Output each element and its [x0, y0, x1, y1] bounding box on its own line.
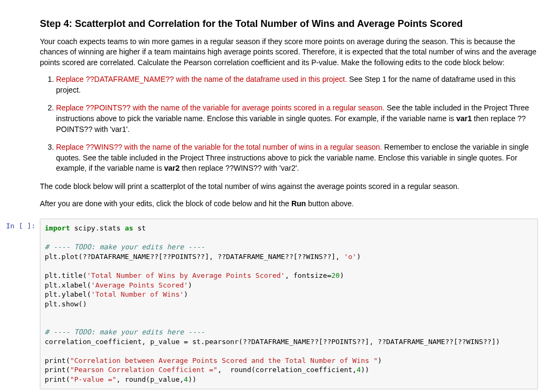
alias-st: st [133, 224, 145, 232]
instruction-3-rest-b: then replace ??WINS?? with 'var2'. [180, 164, 299, 172]
notebook-container: Step 4: Scatterplot and Correlation for … [0, 0, 545, 391]
l13: correlation_coefficient, p_value = st.pe… [45, 338, 500, 346]
l04s: 'o' [344, 253, 357, 261]
l16a: print( [45, 366, 70, 374]
instruction-item-2: Replace ??POINTS?? with the name of the … [56, 103, 538, 135]
l07a: plt.xlabel( [45, 281, 91, 289]
comment-todo-1: # ---- TODO: make your edits here ---- [45, 243, 205, 251]
instruction-item-1: Replace ??DATAFRAME_NAME?? with the name… [56, 74, 538, 95]
l17c: )) [188, 375, 197, 383]
l07b: ) [188, 281, 192, 289]
code-input-area[interactable]: import scipy.stats as st # ---- TODO: ma… [40, 219, 538, 389]
markdown-prompt [0, 12, 40, 215]
l15s: "Correlation between Average Points Scor… [70, 356, 378, 365]
instruction-2-highlight: Replace ??POINTS?? with the name of the … [56, 103, 385, 112]
code-prompt: In [ ]: [0, 219, 40, 389]
l17a: print( [45, 375, 70, 383]
after2-bold: Run [291, 199, 306, 208]
after2-a: After you are done with your edits, clic… [40, 199, 291, 208]
l09: plt.show() [45, 300, 87, 308]
instruction-3-highlight: Replace ??WINS?? with the name of the va… [56, 143, 382, 151]
after2-b: button above. [306, 199, 354, 208]
l06a: plt.title( [45, 271, 87, 279]
markdown-cell[interactable]: Step 4: Scatterplot and Correlation for … [0, 11, 545, 217]
kw-import: import [45, 224, 70, 232]
instruction-item-3: Replace ??WINS?? with the name of the va… [56, 142, 538, 174]
instruction-2-bold: var1 [456, 114, 472, 123]
l06s: 'Total Number of Wins by Average Points … [87, 271, 285, 279]
instruction-3-bold: var2 [164, 164, 180, 172]
markdown-content: Step 4: Scatterplot and Correlation for … [40, 12, 543, 215]
l07s: 'Average Points Scored' [91, 281, 188, 289]
l08b: ) [184, 290, 188, 298]
l17n: 4 [184, 375, 188, 383]
kw-as: as [125, 224, 134, 232]
instruction-list: Replace ??DATAFRAME_NAME?? with the name… [40, 74, 538, 174]
l16n: 4 [357, 366, 361, 374]
l06n: 20 [331, 271, 340, 279]
l08s: 'Total Number of Wins' [91, 290, 184, 298]
l06c: ) [340, 271, 344, 279]
comment-todo-2: # ---- TODO: make your edits here ---- [45, 328, 205, 336]
step-heading: Step 4: Scatterplot and Correlation for … [40, 18, 538, 30]
l04a: plt.plot(??DATAFRAME_NAME??[??POINTS??],… [45, 253, 344, 261]
l15b: ) [378, 356, 382, 365]
l16s: "Pearson Correlation Coefficient =" [70, 366, 218, 374]
l06b: , fontsize= [285, 271, 331, 279]
l16c: )) [361, 366, 369, 374]
l15a: print( [45, 356, 70, 365]
after-paragraph-2: After you are done with your edits, clic… [40, 199, 538, 209]
l08a: plt.ylabel( [45, 290, 91, 298]
mod-scipy: scipy.stats [70, 224, 125, 232]
l04b: ) [357, 253, 361, 261]
l17s: "P-value =" [70, 375, 116, 383]
instruction-1-highlight: Replace ??DATAFRAME_NAME?? with the name… [56, 75, 347, 83]
after-paragraph-1: The code block below will print a scatte… [40, 181, 538, 192]
code-cell[interactable]: In [ ]: import scipy.stats as st # ---- … [0, 217, 545, 390]
l16b: , round(correlation_coefficient, [218, 366, 357, 374]
code-content-wrapper: import scipy.stats as st # ---- TODO: ma… [40, 219, 543, 389]
l17b: , round(p_value, [116, 375, 184, 383]
intro-paragraph: Your coach expects teams to win more gam… [40, 37, 538, 68]
